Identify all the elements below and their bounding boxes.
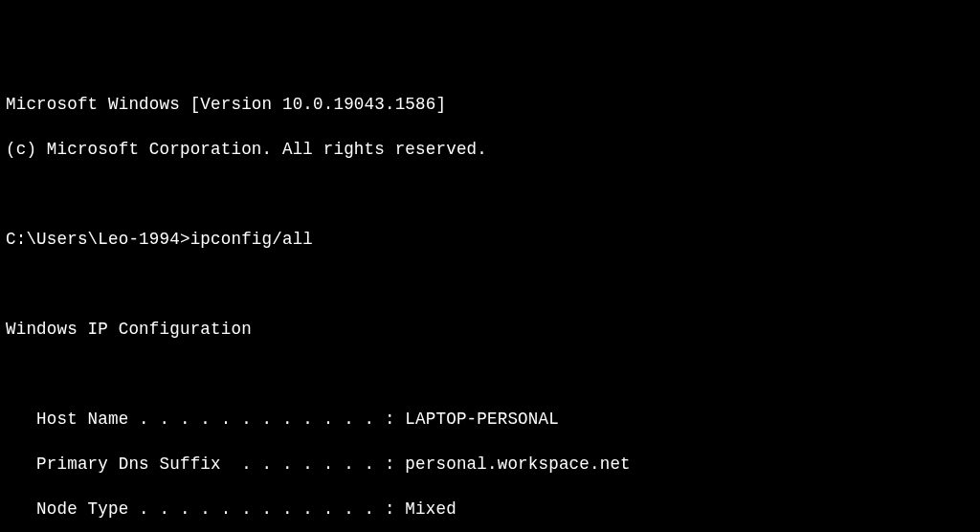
os-version-line: Microsoft Windows [Version 10.0.19043.15… [6,94,974,117]
command-prompt-line[interactable]: C:\Users\Leo-1994>ipconfig/all [6,229,974,252]
host-name-row: Host Name . . . . . . . . . . . . : LAPT… [6,409,974,432]
node-type-row: Node Type . . . . . . . . . . . . : Mixe… [6,499,974,521]
blank-line [6,184,974,207]
copyright-line: (c) Microsoft Corporation. All rights re… [6,139,974,162]
blank-line [6,274,974,297]
ip-config-section-title: Windows IP Configuration [6,319,974,342]
blank-line [6,364,974,387]
primary-dns-suffix-row: Primary Dns Suffix . . . . . . . : perso… [6,454,974,477]
